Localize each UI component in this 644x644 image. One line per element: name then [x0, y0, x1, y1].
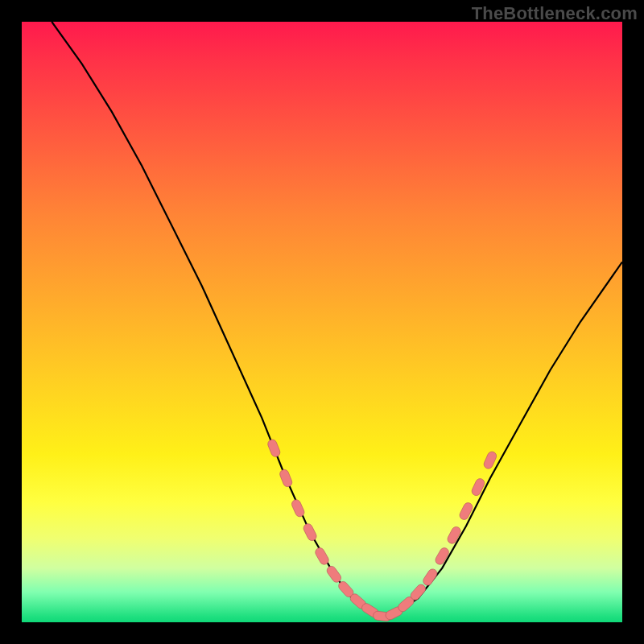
marker-pill — [266, 438, 281, 458]
marker-pill — [422, 568, 439, 587]
chart-svg — [22, 22, 622, 622]
marker-pill — [291, 498, 306, 518]
marker-pill — [470, 477, 485, 497]
marker-pill — [446, 526, 462, 546]
marker-pill — [279, 469, 293, 489]
marker-pill — [302, 522, 318, 543]
marker-pill — [434, 547, 450, 567]
marker-pill — [458, 502, 474, 522]
bottleneck-curve — [52, 22, 622, 617]
